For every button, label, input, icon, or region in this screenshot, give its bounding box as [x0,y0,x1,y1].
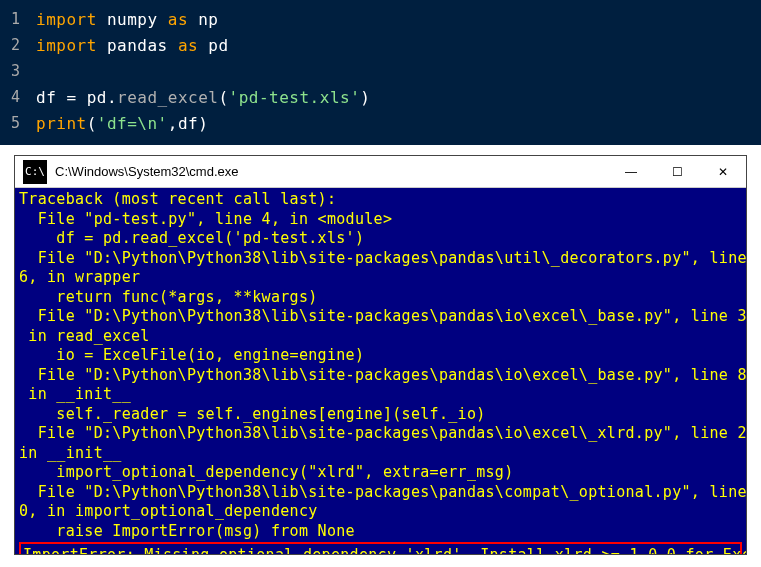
terminal-line: File "D:\Python\Python38\lib\site-packag… [19,424,742,444]
terminal-line: 6, in wrapper [19,268,742,288]
terminal-line: df = pd.read_excel('pd-test.xls') [19,229,742,249]
terminal-line: File "D:\Python\Python38\lib\site-packag… [19,366,742,386]
terminal-line: in __init__ [19,444,742,464]
code-content: print('df=\n',df) [36,114,208,133]
line-number: 1 [0,10,36,28]
error-highlight: ImportError: Missing optional dependency… [19,542,742,554]
code-editor: 1import numpy as np2import pandas as pd3… [0,0,761,145]
close-button[interactable]: ✕ [700,156,746,188]
terminal-line: 0, in import_optional_dependency [19,502,742,522]
error-line: ImportError: Missing optional dependency… [23,546,738,554]
maximize-button[interactable]: ☐ [654,156,700,188]
code-line[interactable]: 4df = pd.read_excel('pd-test.xls') [0,84,761,110]
terminal-line: self._reader = self._engines[engine](sel… [19,405,742,425]
line-number: 2 [0,36,36,54]
terminal-line: File "D:\Python\Python38\lib\site-packag… [19,483,742,503]
terminal-line: File "D:\Python\Python38\lib\site-packag… [19,249,742,269]
code-line[interactable]: 3 [0,58,761,84]
minimize-button[interactable]: — [608,156,654,188]
code-content: import numpy as np [36,10,218,29]
terminal-window: C:\ C:\Windows\System32\cmd.exe — ☐ ✕ Tr… [14,155,747,555]
terminal-output[interactable]: Traceback (most recent call last): File … [15,188,746,554]
terminal-line: return func(*args, **kwargs) [19,288,742,308]
line-number: 5 [0,114,36,132]
code-line[interactable]: 2import pandas as pd [0,32,761,58]
code-line[interactable]: 1import numpy as np [0,6,761,32]
terminal-line: io = ExcelFile(io, engine=engine) [19,346,742,366]
terminal-line: File "D:\Python\Python38\lib\site-packag… [19,307,742,327]
window-title: C:\Windows\System32\cmd.exe [55,164,608,179]
terminal-line: File "pd-test.py", line 4, in <module> [19,210,742,230]
title-bar[interactable]: C:\ C:\Windows\System32\cmd.exe — ☐ ✕ [15,156,746,188]
line-number: 4 [0,88,36,106]
terminal-line: in read_excel [19,327,742,347]
code-line[interactable]: 5print('df=\n',df) [0,110,761,136]
line-number: 3 [0,62,36,80]
window-controls: — ☐ ✕ [608,156,746,188]
code-content: df = pd.read_excel('pd-test.xls') [36,88,370,107]
code-content: import pandas as pd [36,36,229,55]
cmd-icon: C:\ [23,160,47,184]
terminal-line: import_optional_dependency("xlrd", extra… [19,463,742,483]
terminal-line: Traceback (most recent call last): [19,190,742,210]
terminal-line: in __init__ [19,385,742,405]
terminal-line: raise ImportError(msg) from None [19,522,742,542]
